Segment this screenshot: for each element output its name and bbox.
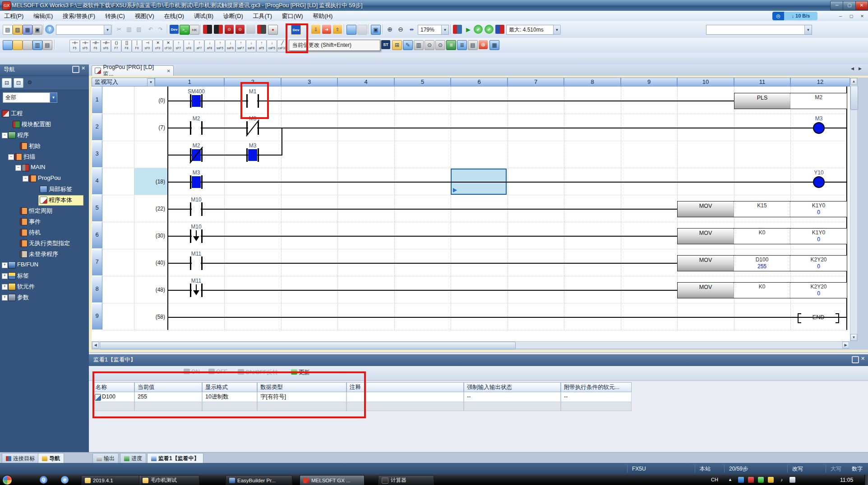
device-display-icon[interactable]: Dev xyxy=(170,25,179,34)
copy-icon[interactable]: ▥ xyxy=(125,25,134,34)
contact-close-button[interactable]: ⊣/⊢F6 xyxy=(90,40,101,52)
menu-convert[interactable]: 转换(C) xyxy=(101,11,129,22)
paste-icon[interactable]: ▧ xyxy=(134,25,143,34)
tree-item-event[interactable]: 事件 xyxy=(0,216,89,227)
network-icon[interactable] xyxy=(790,477,795,483)
find-device-icon[interactable]: ⊙ xyxy=(425,40,434,50)
npafl3-button[interactable]: ↑saF7 xyxy=(235,40,246,52)
mov-instruction-box[interactable]: MOV K15 K1Y00 xyxy=(677,201,847,217)
pulse-falling-button[interactable]: ↓sF8 xyxy=(184,40,194,52)
label-window-icon[interactable] xyxy=(13,40,23,50)
npafl-button[interactable]: ↑saF5 xyxy=(215,40,225,52)
scan-time-icon[interactable] xyxy=(495,25,504,34)
inline-st-icon[interactable]: ⊞ xyxy=(392,40,402,50)
watch-header[interactable]: 附带执行条件的软元... xyxy=(561,382,632,392)
contact-close-parallel-button[interactable]: ⊣/⊢sF6 xyxy=(101,40,111,52)
collapse-icon[interactable]: − xyxy=(23,176,28,182)
read-mode-icon[interactable]: ▥ xyxy=(414,40,424,50)
print-icon[interactable]: ▣ xyxy=(32,25,42,35)
net-speed-widget[interactable]: ◎ ↓ 10 B/s xyxy=(772,12,817,20)
close-button[interactable]: ✕ xyxy=(855,1,868,10)
st-monitor-icon[interactable]: >_ xyxy=(180,25,189,35)
expand-icon[interactable]: + xyxy=(2,273,8,279)
tray-update-icon[interactable] xyxy=(768,477,774,483)
jump-up-icon[interactable]: ⇧ xyxy=(333,25,342,34)
menu-tool[interactable]: 工具(T) xyxy=(249,11,276,22)
pin-icon[interactable] xyxy=(72,66,79,73)
statement-display-icon[interactable]: ≣ xyxy=(457,40,467,50)
menu-project[interactable]: 工程(P) xyxy=(0,11,28,22)
plc-read-icon[interactable] xyxy=(203,25,212,34)
npafl2-button[interactable]: ↓saF6 xyxy=(225,40,235,52)
watch-combo[interactable]: ▼ xyxy=(706,25,812,35)
mov-instruction-box[interactable]: MOV D100255 K2Y200 xyxy=(677,255,847,271)
menu-debug[interactable]: 调试(B) xyxy=(190,11,217,22)
tab-scroll-left-icon[interactable]: ◀ xyxy=(851,66,854,71)
zoom-in-icon[interactable]: ⊕ xyxy=(385,25,394,34)
fit-width-icon[interactable]: ⇹ xyxy=(407,25,416,34)
tray-sync-icon[interactable] xyxy=(758,477,764,483)
comment-display-icon[interactable]: ≡ xyxy=(446,40,456,50)
tree-item-local-label[interactable]: 局部标签 xyxy=(0,184,89,195)
taskbar-calculator[interactable]: 计算器 xyxy=(378,475,434,485)
editor-tab-progpou[interactable]: ProgPou [PRG] [LD] 监... ✕ xyxy=(92,65,174,76)
tab-connection-target[interactable]: 连接目标 xyxy=(2,453,39,463)
pulse-falling-parallel-button[interactable]: ↓aF8 xyxy=(204,40,215,52)
pls-instruction-box[interactable]: PLS M2 xyxy=(734,93,847,109)
undo-icon[interactable]: ↶ xyxy=(146,25,155,34)
delete-horz-line-button[interactable]: ✕cF10 xyxy=(163,40,173,52)
mode-dropdown-icon[interactable]: ▼ xyxy=(147,78,155,87)
coil-y10-on[interactable] xyxy=(813,176,825,188)
scroll-up-icon[interactable]: ▲ xyxy=(850,78,857,85)
tab-output[interactable]: 输出 xyxy=(92,453,119,463)
param-window-icon[interactable] xyxy=(3,40,13,50)
tab-scroll-right-icon[interactable]: ▶ xyxy=(859,66,862,71)
monitor-mode-cell[interactable]: 监视写入 xyxy=(92,78,155,87)
child-restore-button[interactable]: ▢ xyxy=(846,13,856,20)
contact-m11-off[interactable] xyxy=(192,257,201,269)
st-box-icon[interactable]: ST xyxy=(381,40,390,49)
search-app-icon[interactable]: Q xyxy=(40,476,47,484)
tree-item-label[interactable]: +标签 xyxy=(0,270,89,281)
dropdown-arrow-icon[interactable]: ▼ xyxy=(50,93,57,102)
browser-icon[interactable]: e xyxy=(61,476,69,484)
device-test-icon[interactable]: ⊕ xyxy=(479,40,488,49)
dropdown-arrow-icon[interactable]: ▼ xyxy=(104,25,111,34)
coil-m3-on[interactable] xyxy=(813,122,825,134)
tree-item-scan[interactable]: −扫描 xyxy=(0,151,89,162)
contact-sm400-on[interactable] xyxy=(192,95,201,107)
jump-down-icon[interactable]: ⇩ xyxy=(311,25,320,34)
watch-close-icon[interactable]: ✕ xyxy=(861,356,865,361)
language-indicator[interactable]: CH xyxy=(711,477,718,482)
expand-all-icon[interactable]: ⊡ xyxy=(14,78,23,88)
coil-button[interactable]: ( )F7 xyxy=(111,40,121,52)
check-parameter-icon[interactable]: ✔ xyxy=(485,25,494,34)
cross-reference-icon[interactable]: ▥ xyxy=(32,40,42,50)
menu-window[interactable]: 窗口(W) xyxy=(278,11,307,22)
watch-cell-condition[interactable]: -- xyxy=(561,392,632,402)
watch-header[interactable]: 强制输入输出状态 xyxy=(464,382,561,392)
monitor-stop-icon[interactable] xyxy=(246,25,255,34)
nav-close-icon[interactable]: ✕ xyxy=(81,65,85,71)
contact-m2-off[interactable] xyxy=(192,122,201,134)
contact-open-parallel-button[interactable]: ⊣⊢sF5 xyxy=(80,40,90,52)
plc-write-icon[interactable] xyxy=(214,25,223,34)
tree-item-unregistered[interactable]: 未登录程序 xyxy=(0,249,89,260)
tree-item-no-exec-type[interactable]: 无执行类型指定 xyxy=(0,238,89,249)
help-icon[interactable]: ? xyxy=(45,25,54,34)
scroll-down-icon[interactable]: ▼ xyxy=(850,334,857,341)
tree-item-fbfun[interactable]: +FB/FUN xyxy=(0,260,89,270)
tray-antivirus-icon[interactable] xyxy=(748,477,754,483)
tree-item-progpou[interactable]: −ProgPou xyxy=(0,173,89,184)
check-program-icon[interactable]: ✔ xyxy=(474,25,483,34)
expand-icon[interactable]: + xyxy=(2,262,8,268)
npafl4-button[interactable]: ↓saF8 xyxy=(246,40,256,52)
collapse-icon[interactable]: − xyxy=(2,133,8,138)
monitor-start-icon[interactable] xyxy=(257,25,266,34)
collapse-icon[interactable]: − xyxy=(8,154,14,160)
taskbar-folder-test[interactable]: 毛巾机测试 xyxy=(139,475,199,485)
tray-expand-icon[interactable]: ▲ xyxy=(727,477,733,483)
monitor-mode-icon[interactable]: ● xyxy=(268,25,278,35)
collapse-all-icon[interactable]: ⊟ xyxy=(2,78,12,88)
simulation-icon[interactable] xyxy=(453,25,462,34)
